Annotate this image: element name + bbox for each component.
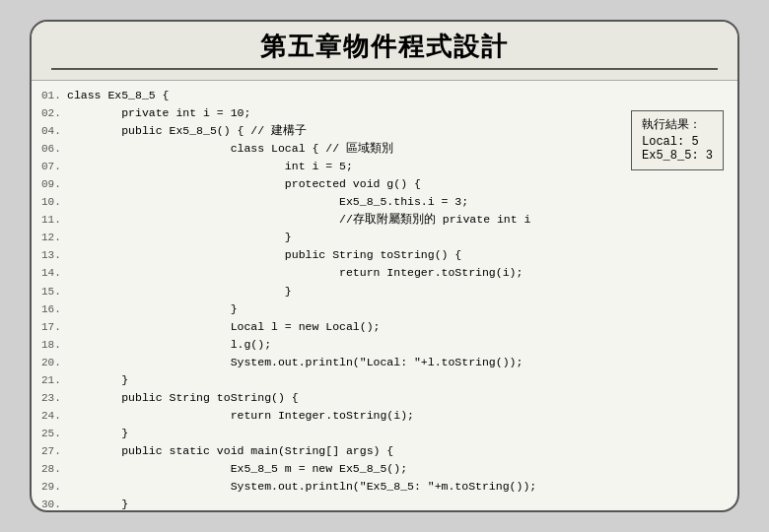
line-code: protected void g() {: [67, 175, 421, 193]
title-underline: [51, 68, 718, 70]
code-line: 23. public String toString() {: [41, 389, 728, 407]
line-code: }: [67, 425, 128, 442]
line-number: 21.: [41, 372, 67, 389]
line-code: Local l = new Local();: [67, 318, 380, 336]
code-line: 30. }: [41, 496, 728, 512]
line-number: 09.: [41, 176, 67, 193]
line-number: 23.: [41, 390, 67, 407]
result-title: 執行結果：: [642, 116, 713, 133]
slide-title: 第五章物件程式設計: [51, 30, 718, 64]
code-line: 17. Local l = new Local();: [41, 318, 728, 336]
line-code: private int i = 10;: [67, 104, 250, 122]
code-line: 25. }: [41, 425, 728, 442]
code-line: 14. return Integer.toString(i);: [41, 264, 728, 282]
line-code: }: [67, 229, 292, 246]
code-line: 06. class Local { // 區域類別: [41, 140, 728, 158]
line-code: }: [67, 371, 128, 389]
line-number: 29.: [41, 479, 67, 496]
line-number: 27.: [41, 443, 67, 460]
line-number: 28.: [41, 461, 67, 478]
code-line: 18. l.g();: [41, 336, 728, 354]
line-number: 07.: [41, 159, 67, 175]
code-line: 01.class Ex5_8_5 {: [41, 87, 728, 104]
line-code: public String toString() {: [67, 389, 299, 407]
slide-container: 第五章物件程式設計 01.class Ex5_8_5 {02. private …: [30, 20, 739, 512]
code-line: 27. public static void main(String[] arg…: [41, 442, 728, 460]
line-number: 20.: [41, 355, 67, 371]
line-number: 12.: [41, 230, 67, 246]
code-line: 13. public String toString() {: [41, 246, 728, 264]
slide-title-bar: 第五章物件程式設計: [32, 22, 737, 81]
line-code: public String toString() {: [67, 246, 461, 264]
code-line: 10. Ex5_8_5.this.i = 3;: [41, 193, 728, 211]
line-number: 02.: [41, 105, 67, 122]
result-line-1: Local: 5: [642, 135, 713, 149]
slide-body: 01.class Ex5_8_5 {02. private int i = 10…: [32, 81, 737, 512]
code-line: 09. protected void g() {: [41, 175, 728, 193]
code-line: 28. Ex5_8_5 m = new Ex5_8_5();: [41, 460, 728, 478]
line-number: 01.: [41, 88, 67, 104]
line-code: class Local { // 區域類別: [67, 140, 393, 158]
line-number: 18.: [41, 337, 67, 354]
line-number: 14.: [41, 265, 67, 282]
line-number: 11.: [41, 212, 67, 229]
line-code: int i = 5;: [67, 158, 353, 175]
code-line: 02. private int i = 10;: [41, 104, 728, 122]
line-code: return Integer.toString(i);: [67, 407, 414, 425]
code-line: 11. //存取附屬類別的 private int i: [41, 211, 728, 229]
line-number: 15.: [41, 284, 67, 300]
line-code: return Integer.toString(i);: [67, 264, 523, 282]
line-code: }: [67, 496, 128, 512]
code-line: 07. int i = 5;: [41, 158, 728, 175]
code-line: 15. }: [41, 283, 728, 300]
code-area: 01.class Ex5_8_5 {02. private int i = 10…: [41, 87, 728, 512]
line-code: l.g();: [67, 336, 271, 354]
line-number: 17.: [41, 319, 67, 336]
code-line: 21. }: [41, 371, 728, 389]
line-number: 25.: [41, 426, 67, 442]
line-number: 30.: [41, 497, 67, 512]
line-code: class Ex5_8_5 {: [67, 87, 170, 104]
line-code: Ex5_8_5 m = new Ex5_8_5();: [67, 460, 407, 478]
line-code: //存取附屬類別的 private int i: [67, 211, 530, 229]
line-code: }: [67, 300, 238, 318]
line-number: 10.: [41, 194, 67, 211]
line-number: 04.: [41, 123, 67, 140]
code-line: 24. return Integer.toString(i);: [41, 407, 728, 425]
line-code: System.out.println("Local: "+l.toString(…: [67, 354, 523, 371]
line-number: 24.: [41, 408, 67, 425]
line-code: System.out.println("Ex5_8_5: "+m.toStrin…: [67, 478, 536, 496]
code-line: 04. public Ex5_8_5() { // 建構子: [41, 122, 728, 140]
code-line: 29. System.out.println("Ex5_8_5: "+m.toS…: [41, 478, 728, 496]
line-number: 16.: [41, 301, 67, 318]
line-code: public Ex5_8_5() { // 建構子: [67, 122, 307, 140]
line-number: 06.: [41, 141, 67, 158]
code-line: 20. System.out.println("Local: "+l.toStr…: [41, 354, 728, 371]
line-number: 13.: [41, 247, 67, 264]
code-line: 12. }: [41, 229, 728, 246]
line-code: }: [67, 283, 292, 300]
result-line-2: Ex5_8_5: 3: [642, 149, 713, 163]
code-line: 16. }: [41, 300, 728, 318]
line-code: public static void main(String[] args) {: [67, 442, 393, 460]
result-box: 執行結果： Local: 5 Ex5_8_5: 3: [631, 110, 724, 170]
line-code: Ex5_8_5.this.i = 3;: [67, 193, 468, 211]
